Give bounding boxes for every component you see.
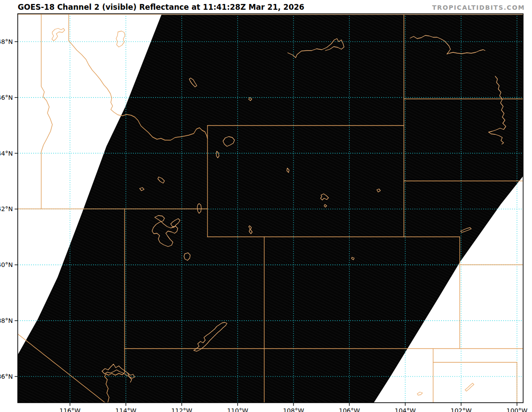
axis-label-lat-40N: 40°N <box>0 261 13 268</box>
axis-label-lat-46N: 46°N <box>0 94 13 101</box>
axis-label-lon-104W: 104°W <box>395 407 416 412</box>
axis-label-lon-102W: 102°W <box>450 407 472 412</box>
satellite-map: 116°W114°W112°W110°W108°W106°W104°W102°W… <box>0 0 532 412</box>
satellite-image-page: GOES-18 Channel 2 (visible) Reflectance … <box>0 0 532 412</box>
axis-label-lon-112W: 112°W <box>171 407 192 412</box>
axis-label-lon-116W: 116°W <box>59 407 81 412</box>
axis-label-lon-108W: 108°W <box>283 407 304 412</box>
axis-label-lat-36N: 36°N <box>0 373 13 380</box>
axis-label-lon-110W: 110°W <box>227 407 248 412</box>
axis-label-lon-100W: 100°W <box>506 407 528 412</box>
axis-label-lat-42N: 42°N <box>0 205 13 212</box>
axis-label-lat-48N: 48°N <box>0 38 13 45</box>
axis-label-lon-114W: 114°W <box>115 407 137 412</box>
swath-layer <box>18 14 523 403</box>
axis-label-lon-106W: 106°W <box>339 407 360 412</box>
axis-label-lat-38N: 38°N <box>0 317 13 324</box>
axis-label-lat-44N: 44°N <box>0 150 13 157</box>
